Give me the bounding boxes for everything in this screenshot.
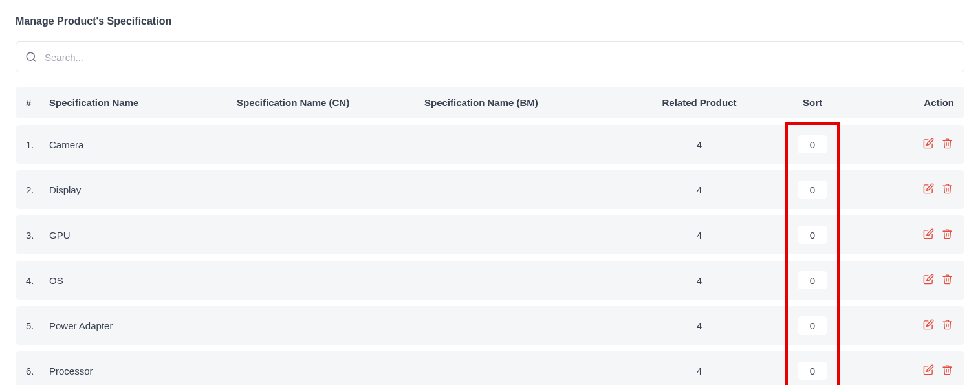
sort-input[interactable] (798, 316, 827, 335)
sort-input[interactable] (798, 362, 827, 380)
row-related: 4 (644, 366, 754, 377)
edit-button[interactable] (922, 182, 935, 197)
row-actions (871, 182, 954, 197)
trash-icon (942, 138, 953, 151)
edit-icon (923, 319, 934, 332)
search-icon (25, 51, 37, 63)
row-related: 4 (644, 184, 754, 195)
trash-icon (942, 319, 953, 332)
row-actions (871, 272, 954, 288)
row-num: 3. (26, 230, 49, 241)
row-spec-name: GPU (49, 230, 237, 241)
row-spec-name: Display (49, 184, 237, 195)
trash-icon (942, 364, 953, 377)
sort-input[interactable] (798, 226, 827, 244)
header-name: Specification Name (49, 97, 237, 108)
row-spec-name: Camera (49, 139, 237, 150)
row-num: 2. (26, 184, 49, 195)
edit-button[interactable] (922, 272, 935, 288)
row-sort-cell (754, 135, 871, 153)
row-num: 4. (26, 275, 49, 286)
header-name-bm: Specification Name (BM) (424, 97, 644, 108)
row-actions (871, 137, 954, 152)
edit-button[interactable] (922, 318, 935, 333)
row-related: 4 (644, 139, 754, 150)
row-num: 1. (26, 139, 49, 150)
table-row: 1.Camera4 (16, 125, 964, 164)
edit-button[interactable] (922, 363, 935, 379)
row-spec-name: Power Adapter (49, 320, 237, 331)
header-related: Related Product (644, 97, 754, 108)
row-sort-cell (754, 226, 871, 244)
delete-button[interactable] (941, 318, 954, 333)
edit-button[interactable] (922, 137, 935, 152)
delete-button[interactable] (941, 182, 954, 197)
edit-icon (923, 228, 934, 241)
row-sort-cell (754, 316, 871, 335)
edit-icon (923, 138, 934, 151)
trash-icon (942, 228, 953, 241)
sort-input[interactable] (798, 271, 827, 289)
row-num: 6. (26, 366, 49, 377)
trash-icon (942, 183, 953, 196)
trash-icon (942, 274, 953, 287)
edit-icon (923, 274, 934, 287)
row-spec-name: Processor (49, 366, 237, 377)
row-spec-name: OS (49, 275, 237, 286)
row-related: 4 (644, 275, 754, 286)
delete-button[interactable] (941, 137, 954, 152)
sort-input[interactable] (798, 181, 827, 199)
row-actions (871, 227, 954, 243)
row-sort-cell (754, 362, 871, 380)
table-row: 3.GPU4 (16, 215, 964, 254)
delete-button[interactable] (941, 363, 954, 379)
edit-icon (923, 183, 934, 196)
row-sort-cell (754, 181, 871, 199)
row-sort-cell (754, 271, 871, 289)
table-header: # Specification Name Specification Name … (16, 87, 964, 118)
header-sort: Sort (754, 97, 871, 108)
table-row: 4.OS4 (16, 261, 964, 300)
row-actions (871, 318, 954, 333)
table-row: 6.Processor4 (16, 351, 964, 385)
delete-button[interactable] (941, 227, 954, 243)
edit-icon (923, 364, 934, 377)
row-actions (871, 363, 954, 379)
row-related: 4 (644, 320, 754, 331)
table-row: 5.Power Adapter4 (16, 306, 964, 345)
row-related: 4 (644, 230, 754, 241)
header-name-cn: Specification Name (CN) (237, 97, 424, 108)
edit-button[interactable] (922, 227, 935, 243)
search-input[interactable] (45, 52, 955, 63)
table-row: 2.Display4 (16, 170, 964, 209)
row-num: 5. (26, 320, 49, 331)
header-num: # (26, 97, 49, 108)
page-title: Manage Product's Specification (16, 16, 964, 27)
header-action: Action (871, 97, 954, 108)
svg-line-1 (33, 59, 35, 61)
sort-input[interactable] (798, 135, 827, 153)
delete-button[interactable] (941, 272, 954, 288)
search-bar (16, 41, 964, 72)
